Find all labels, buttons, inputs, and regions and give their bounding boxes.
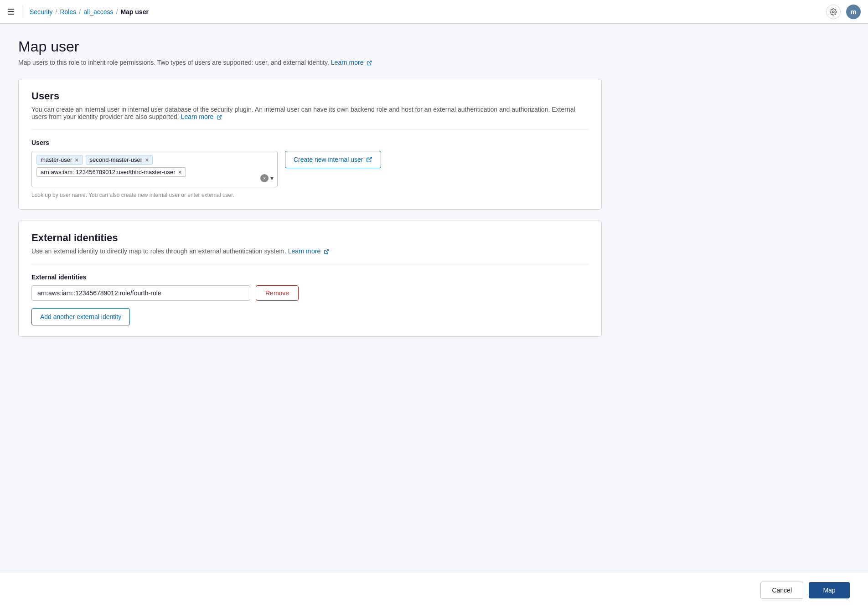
svg-line-3 xyxy=(368,157,371,160)
users-learn-more-link[interactable]: Learn more xyxy=(181,113,222,120)
tag-second-master-user: second-master-user × xyxy=(86,155,153,165)
svg-line-4 xyxy=(326,250,329,252)
external-identities-description: Use an external identity to directly map… xyxy=(31,247,589,264)
breadcrumb-sep-1: / xyxy=(56,8,57,15)
tag-arn-user-remove[interactable]: × xyxy=(178,169,182,175)
breadcrumb-all-access[interactable]: all_access xyxy=(83,8,113,15)
clear-icon[interactable]: × xyxy=(260,174,269,182)
users-card-title: Users xyxy=(31,90,589,102)
svg-line-1 xyxy=(369,61,372,64)
menu-icon[interactable]: ☰ xyxy=(7,7,15,17)
tag-second-master-user-remove[interactable]: × xyxy=(145,157,149,163)
topnav: ☰ Security / Roles / all_access / Map us… xyxy=(0,0,868,24)
users-card: Users You can create an internal user in… xyxy=(18,79,602,210)
page-description: Map users to this role to inherit role p… xyxy=(18,59,602,66)
users-input[interactable]: master-user × second-master-user × arn:a… xyxy=(31,151,278,187)
add-external-identity-button[interactable]: Add another external identity xyxy=(31,308,130,325)
input-icons: × ▾ xyxy=(260,174,274,182)
breadcrumb-sep-2: / xyxy=(79,8,81,15)
tag-second-master-user-label: second-master-user xyxy=(90,156,143,163)
map-button[interactable]: Map xyxy=(809,582,850,598)
settings-icon[interactable] xyxy=(826,5,841,19)
breadcrumb-roles[interactable]: Roles xyxy=(60,8,76,15)
topnav-right: m xyxy=(826,5,861,19)
svg-point-0 xyxy=(832,11,834,13)
avatar[interactable]: m xyxy=(846,5,861,19)
users-field-hint: Look up by user name. You can also creat… xyxy=(31,192,589,198)
breadcrumb-security[interactable]: Security xyxy=(30,8,53,15)
main-content: Map user Map users to this role to inher… xyxy=(0,24,620,362)
page-learn-more-link[interactable]: Learn more xyxy=(331,59,372,66)
page-title: Map user xyxy=(18,38,602,55)
chevron-down-icon[interactable]: ▾ xyxy=(270,175,274,182)
tag-master-user-label: master-user xyxy=(41,156,72,163)
external-identities-title: External identities xyxy=(31,232,589,244)
tag-arn-user: arn:aws:iam::123456789012:user/third-mas… xyxy=(36,167,186,177)
users-field-label: Users xyxy=(31,139,589,146)
external-identities-field-label: External identities xyxy=(31,273,589,281)
users-card-description: You can create an internal user in inter… xyxy=(31,106,589,130)
external-identities-card: External identities Use an external iden… xyxy=(18,221,602,337)
tag-master-user-remove[interactable]: × xyxy=(75,157,78,163)
create-internal-user-button[interactable]: Create new internal user xyxy=(285,151,381,168)
breadcrumb: Security / Roles / all_access / Map user xyxy=(30,8,149,15)
cancel-button[interactable]: Cancel xyxy=(760,582,803,599)
nav-divider xyxy=(22,5,22,18)
users-row: master-user × second-master-user × arn:a… xyxy=(31,151,589,187)
external-identity-input[interactable] xyxy=(31,285,250,301)
external-learn-more-link[interactable]: Learn more xyxy=(288,247,329,255)
tag-master-user: master-user × xyxy=(36,155,83,165)
tag-arn-user-label: arn:aws:iam::123456789012:user/third-mas… xyxy=(41,169,176,175)
external-identity-row: Remove xyxy=(31,285,589,301)
breadcrumb-current: Map user xyxy=(120,8,148,15)
svg-line-2 xyxy=(219,115,222,118)
footer-actions: Cancel Map xyxy=(0,572,868,608)
remove-button[interactable]: Remove xyxy=(256,285,299,301)
breadcrumb-sep-3: / xyxy=(116,8,118,15)
